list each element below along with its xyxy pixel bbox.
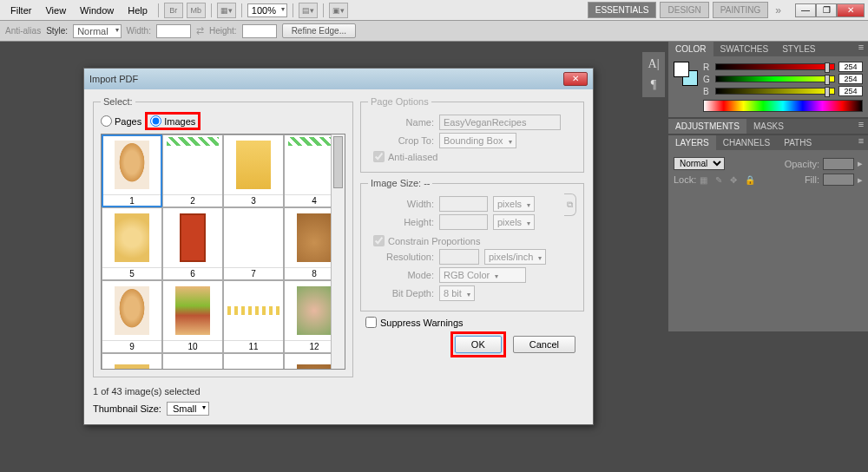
workspace-more-icon[interactable]: »	[772, 4, 785, 16]
pages-radio[interactable]: Pages	[101, 115, 141, 127]
bitdepth-dropdown[interactable]: 8 bit	[439, 285, 475, 301]
image-size-legend: Image Size: --	[368, 178, 432, 188]
window-restore-icon[interactable]: ❐	[816, 3, 837, 17]
opacity-label: Opacity:	[785, 159, 819, 169]
layers-panel-menu-icon[interactable]: ≡	[854, 135, 868, 150]
thumb-9[interactable]: 9	[102, 280, 162, 353]
b-slider[interactable]	[715, 88, 835, 95]
thumb-14[interactable]	[162, 353, 223, 370]
screen-mode-icon[interactable]: ▦▾	[217, 3, 236, 18]
workspace-switcher: ESSENTIALS DESIGN PAINTING » — ❐ ✕	[588, 2, 865, 18]
mode-dropdown[interactable]: RGB Color	[439, 267, 526, 283]
b-value[interactable]: 254	[838, 86, 863, 96]
ok-button[interactable]: OK	[455, 336, 502, 353]
thumb-2[interactable]: 2	[162, 134, 223, 207]
workspace-design[interactable]: DESIGN	[660, 2, 708, 18]
images-radio-highlight: Images	[145, 112, 201, 130]
select-legend: Select:	[101, 96, 135, 107]
dialog-titlebar[interactable]: Import PDF ✕	[84, 69, 593, 89]
collapsed-panels: A| ¶	[642, 52, 665, 97]
images-radio[interactable]: Images	[150, 115, 195, 127]
tab-swatches[interactable]: SWATCHES	[713, 42, 776, 56]
options-bar: Anti-alias Style: Normal▾ Width: ⇄ Heigh…	[0, 21, 868, 42]
arrange-docs-icon[interactable]: ▤▾	[299, 3, 318, 18]
cancel-button[interactable]: Cancel	[513, 336, 575, 353]
menu-view[interactable]: View	[38, 3, 73, 18]
name-field[interactable]	[439, 115, 561, 130]
import-pdf-dialog: Import PDF ✕ Select: Pages Images 1 2 3	[83, 68, 594, 425]
resolution-field[interactable]	[439, 249, 479, 265]
g-slider[interactable]	[715, 75, 835, 82]
thumb-13[interactable]	[102, 353, 162, 370]
tool-mb-icon[interactable]: Mb	[187, 3, 206, 18]
thumb-scrollbar[interactable]	[331, 134, 345, 369]
color-swatch[interactable]	[674, 62, 698, 86]
tab-adjustments[interactable]: ADJUSTMENTS	[668, 119, 746, 134]
tab-channels[interactable]: CHANNELS	[716, 135, 777, 150]
style-dropdown[interactable]: Normal▾	[73, 24, 121, 38]
thumbnail-grid: 1 2 3 4 5 6 7 8 9 10 11 12	[101, 134, 345, 370]
layers-panel: LAYERS CHANNELS PATHS ≡ Normal Opacity: …	[668, 135, 868, 331]
refine-edge-button[interactable]: Refine Edge...	[282, 23, 356, 38]
thumb-3[interactable]: 3	[223, 134, 284, 207]
dialog-close-button[interactable]: ✕	[563, 72, 588, 86]
spectrum-ramp[interactable]	[703, 100, 863, 112]
tab-masks[interactable]: MASKS	[746, 119, 791, 134]
tab-layers[interactable]: LAYERS	[668, 135, 716, 150]
workspace-painting[interactable]: PAINTING	[713, 2, 768, 18]
width-label: Width:	[127, 26, 151, 36]
tab-color[interactable]: COLOR	[668, 42, 713, 56]
menu-window[interactable]: Window	[73, 3, 121, 18]
thumb-15[interactable]	[223, 353, 284, 370]
window-close-icon[interactable]: ✕	[837, 3, 865, 17]
selection-status: 1 of 43 image(s) selected	[93, 383, 353, 400]
color-panel-menu-icon[interactable]: ≡	[854, 42, 868, 56]
g-value[interactable]: 254	[838, 74, 863, 84]
dialog-title: Import PDF	[89, 74, 138, 84]
blend-mode-dropdown[interactable]: Normal	[674, 157, 725, 170]
fill-flyout-icon[interactable]: ▸	[858, 174, 863, 186]
window-minimize-icon[interactable]: —	[795, 3, 816, 17]
height-field[interactable]	[242, 24, 277, 38]
constrain-link-icon[interactable]: ⧉	[564, 193, 576, 216]
antialias-label: Anti-alias	[5, 26, 41, 36]
workspace-essentials[interactable]: ESSENTIALS	[588, 2, 657, 18]
thumbsize-dropdown[interactable]: Small▾	[167, 402, 210, 416]
fill-field[interactable]	[823, 174, 854, 186]
opacity-field[interactable]	[823, 158, 854, 170]
antialiased-checkbox[interactable]	[373, 151, 385, 162]
resolution-unit-dropdown[interactable]: pixels/inch	[484, 249, 546, 265]
screen-icon[interactable]: ▣▾	[329, 3, 348, 18]
thumb-7[interactable]: 7	[223, 207, 284, 280]
swap-icon[interactable]: ⇄	[196, 25, 204, 36]
width-field[interactable]	[156, 24, 191, 38]
right-panels: A| ¶ COLOR SWATCHES STYLES ≡ R254 G254 B…	[668, 42, 868, 333]
thumb-10[interactable]: 10	[162, 280, 223, 353]
menu-help[interactable]: Help	[121, 3, 155, 18]
tab-paths[interactable]: PATHS	[777, 135, 819, 150]
page-options-fieldset: Page Options Name: Crop To:Bounding Box …	[360, 96, 584, 173]
tool-br-icon[interactable]: Br	[164, 3, 183, 18]
paragraph-panel-icon[interactable]: ¶	[642, 75, 665, 95]
lock-icons[interactable]: ▦ ✎ ✥ 🔒	[700, 175, 757, 185]
crop-to-dropdown[interactable]: Bounding Box	[439, 133, 516, 148]
constrain-checkbox[interactable]	[373, 235, 385, 246]
is-width-field[interactable]	[439, 196, 488, 212]
r-value[interactable]: 254	[838, 62, 863, 72]
r-slider[interactable]	[715, 63, 835, 70]
adj-panel-menu-icon[interactable]: ≡	[854, 119, 868, 134]
suppress-warnings-checkbox[interactable]	[365, 317, 377, 328]
thumb-6[interactable]: 6	[162, 207, 223, 280]
width-unit-dropdown[interactable]: pixels	[493, 196, 535, 212]
style-label: Style:	[46, 26, 68, 36]
is-height-field[interactable]	[439, 214, 488, 230]
height-unit-dropdown[interactable]: pixels	[493, 214, 535, 230]
type-panel-icon[interactable]: A|	[642, 54, 665, 75]
zoom-dropdown[interactable]: 100%	[247, 3, 287, 17]
tab-styles[interactable]: STYLES	[775, 42, 822, 56]
thumb-11[interactable]: 11	[223, 280, 284, 353]
menu-filter[interactable]: Filter	[3, 3, 38, 18]
opacity-flyout-icon[interactable]: ▸	[858, 158, 863, 169]
thumb-1[interactable]: 1	[102, 134, 162, 207]
thumb-5[interactable]: 5	[102, 207, 162, 280]
